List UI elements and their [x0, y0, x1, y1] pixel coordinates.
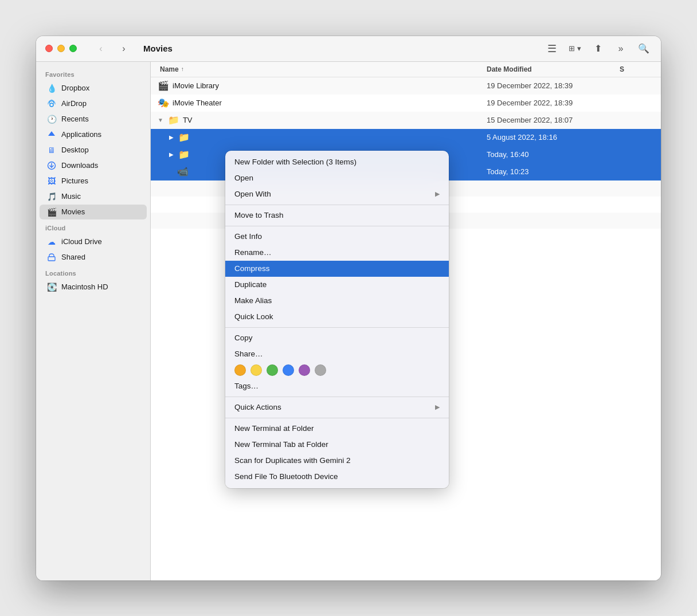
- pictures-icon: 🖼: [46, 176, 57, 186]
- menu-item-label: Tags…: [234, 382, 259, 390]
- context-menu: New Folder with Selection (3 Items) Open…: [225, 151, 449, 488]
- sidebar-item-desktop[interactable]: 🖥 Desktop: [40, 143, 147, 158]
- sidebar-label-applications: Applications: [61, 130, 101, 139]
- minimize-button[interactable]: [57, 45, 65, 52]
- menu-item-quick-look[interactable]: Quick Look: [225, 309, 449, 325]
- sidebar-item-airdrop[interactable]: AirDrop: [40, 96, 147, 111]
- close-button[interactable]: [45, 45, 53, 52]
- menu-item-new-terminal-tab[interactable]: New Terminal Tab at Folder: [225, 437, 449, 453]
- file-date: Today, 16:40: [477, 149, 615, 160]
- sidebar-label-shared: Shared: [61, 253, 85, 261]
- menu-item-label: Send File To Bluetooth Device: [234, 472, 338, 481]
- menu-item-scan-duplicates[interactable]: Scan for Duplicates with Gemini 2: [225, 453, 449, 469]
- table-row[interactable]: ▼ 📁 TV 15 December 2022, 18:07: [151, 112, 661, 129]
- file-icon: 🎭: [158, 97, 169, 109]
- menu-item-label: Share…: [234, 350, 263, 358]
- name-column-header[interactable]: Name ↑: [151, 64, 477, 74]
- menu-item-open[interactable]: Open: [225, 170, 449, 186]
- menu-item-make-alias[interactable]: Make Alias: [225, 293, 449, 309]
- tag-orange[interactable]: [234, 364, 246, 376]
- search-button[interactable]: 🔍: [636, 41, 652, 57]
- column-headers: Name ↑ Date Modified S: [151, 62, 661, 77]
- airdrop-icon: [46, 99, 57, 109]
- menu-item-copy[interactable]: Copy: [225, 330, 449, 346]
- toolbar: ‹ › Movies ☰ ⊞ ▾ ⬆ » 🔍: [36, 36, 661, 62]
- window-title: Movies: [143, 44, 173, 53]
- file-size: [615, 119, 661, 121]
- menu-item-label: Quick Look: [234, 312, 273, 321]
- share-button[interactable]: ⬆: [590, 41, 606, 57]
- sidebar-item-downloads[interactable]: Downloads: [40, 158, 147, 173]
- sidebar-item-pictures[interactable]: 🖼 Pictures: [40, 174, 147, 189]
- submenu-arrow-icon: ▶: [435, 190, 440, 198]
- file-date: 15 December 2022, 18:07: [477, 115, 615, 125]
- menu-item-new-folder-selection[interactable]: New Folder with Selection (3 Items): [225, 154, 449, 170]
- menu-item-send-bluetooth[interactable]: Send File To Bluetooth Device: [225, 469, 449, 485]
- tag-purple[interactable]: [299, 364, 310, 376]
- menu-item-tags[interactable]: Tags…: [225, 378, 449, 394]
- sidebar-label-movies: Movies: [61, 207, 85, 216]
- arrange-button[interactable]: ⊞ ▾: [567, 41, 583, 57]
- finder-window: ‹ › Movies ☰ ⊞ ▾ ⬆ » 🔍 Favorites 💧 Dropb…: [36, 36, 661, 580]
- menu-item-duplicate[interactable]: Duplicate: [225, 277, 449, 293]
- menu-item-label: Compress: [234, 264, 270, 273]
- tag-green[interactable]: [267, 364, 278, 376]
- menu-item-get-info[interactable]: Get Info: [225, 229, 449, 245]
- menu-item-open-with[interactable]: Open With ▶: [225, 186, 449, 202]
- table-row[interactable]: 🎭 iMovie Theater 19 December 2022, 18:39: [151, 95, 661, 112]
- table-row[interactable]: ▶ 📁 5 August 2022, 18:16: [151, 129, 661, 146]
- file-size: [615, 154, 661, 156]
- movies-icon: 🎬: [46, 207, 57, 217]
- list-view-button[interactable]: ☰: [544, 41, 560, 57]
- shared-icon: [46, 252, 57, 262]
- forward-button[interactable]: ›: [116, 41, 132, 57]
- date-column-header[interactable]: Date Modified: [477, 64, 615, 74]
- sidebar-item-dropbox[interactable]: 💧 Dropbox: [40, 81, 147, 96]
- traffic-lights: [45, 45, 77, 52]
- menu-item-new-terminal[interactable]: New Terminal at Folder: [225, 421, 449, 437]
- sidebar-item-shared[interactable]: Shared: [40, 250, 147, 265]
- sidebar-item-music[interactable]: 🎵 Music: [40, 189, 147, 204]
- sidebar-item-applications[interactable]: Applications: [40, 127, 147, 142]
- tag-gray[interactable]: [315, 364, 326, 376]
- dropbox-icon: 💧: [46, 83, 57, 93]
- size-column-header[interactable]: S: [615, 64, 661, 74]
- menu-separator: [225, 397, 449, 397]
- tag-yellow[interactable]: [250, 364, 262, 376]
- sidebar-label-dropbox: Dropbox: [61, 84, 89, 92]
- icloud-label: iCloud: [36, 220, 150, 234]
- menu-item-label: New Terminal Tab at Folder: [234, 440, 328, 449]
- menu-separator: [225, 226, 449, 226]
- music-icon: 🎵: [46, 191, 57, 202]
- menu-item-label: New Terminal at Folder: [234, 424, 314, 433]
- sidebar-item-macintosh-hd[interactable]: 💽 Macintosh HD: [40, 280, 147, 295]
- menu-item-rename[interactable]: Rename…: [225, 245, 449, 261]
- sidebar-item-movies[interactable]: 🎬 Movies: [40, 205, 147, 219]
- menu-item-label: Copy: [234, 333, 253, 342]
- file-size: [615, 102, 661, 104]
- back-button[interactable]: ‹: [93, 41, 109, 57]
- menu-item-share[interactable]: Share…: [225, 346, 449, 362]
- menu-item-label: Open: [234, 174, 253, 182]
- menu-separator: [225, 327, 449, 328]
- locations-label: Locations: [36, 265, 150, 279]
- menu-item-quick-actions[interactable]: Quick Actions ▶: [225, 399, 449, 415]
- file-icon: 📁: [168, 115, 179, 126]
- file-date: 5 August 2022, 18:16: [477, 132, 615, 143]
- file-icon: 📹: [177, 166, 189, 178]
- file-icon: 📁: [178, 132, 190, 143]
- menu-item-compress[interactable]: Compress: [225, 261, 449, 277]
- file-size: [615, 136, 661, 139]
- sidebar: Favorites 💧 Dropbox AirDrop 🕐 Recents: [36, 62, 151, 580]
- sidebar-item-icloud-drive[interactable]: ☁ iCloud Drive: [40, 234, 147, 249]
- downloads-icon: [46, 160, 57, 171]
- menu-item-label: Scan for Duplicates with Gemini 2: [234, 456, 351, 465]
- maximize-button[interactable]: [69, 45, 77, 52]
- file-date: 19 December 2022, 18:39: [477, 97, 615, 108]
- more-button[interactable]: »: [613, 41, 629, 57]
- tag-blue[interactable]: [283, 364, 294, 376]
- table-row[interactable]: 🎬 iMovie Library 19 December 2022, 18:39: [151, 77, 661, 95]
- sidebar-item-recents[interactable]: 🕐 Recents: [40, 112, 147, 127]
- menu-item-move-to-trash[interactable]: Move to Trash: [225, 207, 449, 223]
- menu-separator: [225, 418, 449, 418]
